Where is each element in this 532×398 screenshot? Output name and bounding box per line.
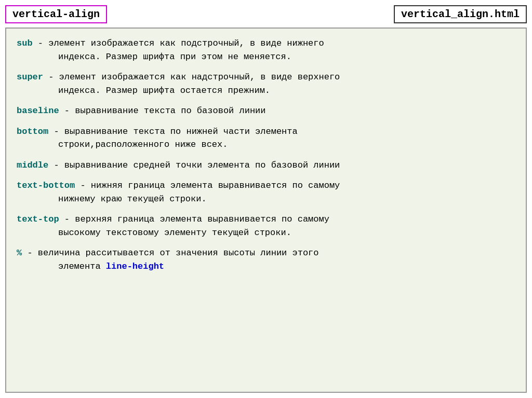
text-bottom-line1: - выравнивание текста по нижней части эл… <box>48 127 297 136</box>
keyword-text-top: text-top <box>17 214 59 224</box>
entry-text-top: text-top - верхняя граница элемента выра… <box>17 213 515 239</box>
entry-middle: middle - выравнивание средней точки элем… <box>17 159 515 172</box>
entry-baseline: baseline - выравнивание текста по базово… <box>17 104 515 118</box>
title-left: vertical-align <box>5 5 107 23</box>
text-text-bottom-line2: нижнему краю текущей строки. <box>17 193 515 206</box>
text-percent-line1: - величина расситывается от значения выс… <box>22 248 318 258</box>
title-right: vertical_align.html <box>394 5 527 23</box>
keyword-sub: sub <box>17 38 33 48</box>
text-bottom-line2: строки,расположенного ниже всех. <box>17 138 515 152</box>
keyword-line-height: line-height <box>106 262 164 271</box>
keyword-text-bottom: text-bottom <box>17 181 75 190</box>
text-text-bottom-line1: - нижняя граница элемента выравнивается … <box>75 181 340 190</box>
text-text-top-line2: высокому текстовому элементу текущей стр… <box>17 226 515 240</box>
text-baseline: - выравнивание текста по базовой линии <box>59 106 266 116</box>
keyword-middle: middle <box>17 160 48 170</box>
text-super-line2: индекса. Размер шрифта остается прежним. <box>17 84 515 98</box>
main-content-area: sub - элемент изображается как подстрочн… <box>5 28 527 393</box>
entry-super: super - элемент изображается как надстро… <box>17 71 515 97</box>
entry-text-bottom: text-bottom - нижняя граница элемента вы… <box>17 179 515 205</box>
text-sub-line2: индекса. Размер шрифта при этом не меняе… <box>17 50 515 64</box>
text-percent-line2: элемента line-height <box>17 260 515 273</box>
text-super-line1: - элемент изображается как надстрочный, … <box>43 72 340 82</box>
text-sub-line1: - элемент изображается как подстрочный, … <box>33 38 324 48</box>
keyword-super: super <box>17 72 43 82</box>
keyword-percent: % <box>17 248 22 258</box>
entry-sub: sub - элемент изображается как подстрочн… <box>17 37 515 63</box>
keyword-bottom: bottom <box>17 127 48 136</box>
entry-bottom: bottom - выравнивание текста по нижней ч… <box>17 125 515 152</box>
page-header: vertical-align vertical_align.html <box>5 5 527 23</box>
text-text-top-line1: - верхняя граница элемента выравнивается… <box>59 214 329 224</box>
keyword-baseline: baseline <box>17 106 59 116</box>
text-middle: - выравнивание средней точки элемента по… <box>48 160 340 170</box>
entry-percent: % - величина расситывается от значения в… <box>17 246 515 273</box>
